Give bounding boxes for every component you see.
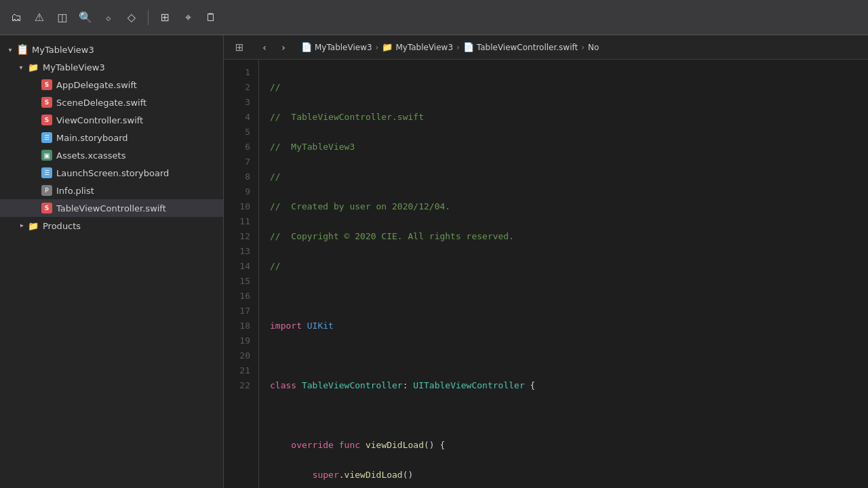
tableviewcontroller-icon: S [41, 202, 53, 214]
test-nav-btn[interactable]: ◫ [53, 8, 72, 27]
code-line-14: super.viewDidLoad() [270, 468, 868, 483]
mainstoryboard-label: Main.storyboard [56, 133, 128, 143]
sidebar-item-assets[interactable]: ▾ ▣ Assets.xcassets [0, 146, 223, 164]
sidebar: ▾ 📋 MyTableView3 ▾ 📁 MyTableView3 ▾ S Ap… [0, 35, 224, 488]
code-line-6: // Copyright © 2020 CIE. All rights rese… [270, 229, 868, 244]
ln-6: 6 [224, 140, 258, 155]
appdelegate-icon: S [41, 79, 53, 91]
toolbar-divider-1 [148, 10, 149, 25]
warning-nav-btn[interactable]: ⚠ [30, 8, 49, 27]
ln-12: 12 [224, 229, 258, 244]
code-content[interactable]: // // TableViewController.swift // MyTab… [259, 60, 868, 488]
breadcrumb-item-folder[interactable]: 📁 MyTableView3 [382, 42, 453, 52]
code-line-11: class TableViewController: UITableViewCo… [270, 378, 868, 393]
sidebar-item-products[interactable]: ▾ 📁 Products [0, 217, 223, 235]
code-line-7: // [270, 259, 868, 274]
folder-icon: 📁 [27, 61, 39, 73]
code-line-3: // MyTableView3 [270, 140, 868, 155]
breakpoint-nav-btn[interactable]: ⬦ [99, 8, 118, 27]
mainstoryboard-icon: ☰ [41, 131, 53, 144]
sidebar-item-appdelegate[interactable]: ▾ S AppDelegate.swift [0, 76, 223, 94]
ln-5: 5 [224, 125, 258, 140]
code-editor[interactable]: 1 2 3 4 5 6 7 8 9 10 11 12 13 14 15 16 1… [224, 60, 868, 488]
ln-18: 18 [224, 319, 258, 333]
tableviewcontroller-label: TableViewController.swift [56, 203, 166, 214]
root-label: MyTableView3 [32, 45, 94, 55]
sidebar-item-scenedelegate[interactable]: ▾ S SceneDelegate.swift [0, 94, 223, 111]
bc-project-icon: 📄 [301, 42, 312, 52]
folder-nav-btn[interactable]: 🗂 [7, 8, 26, 27]
launchscreen-label: LaunchScreen.storyboard [56, 168, 169, 178]
sidebar-item-mainstoryboard[interactable]: ▾ ☰ Main.storyboard [0, 129, 223, 146]
note-nav-btn[interactable]: 🗒 [201, 8, 220, 27]
bookmark-nav-btn[interactable]: ⌖ [178, 8, 197, 27]
sidebar-item-infoplist[interactable]: ▾ P Info.plist [0, 182, 223, 199]
bc-symbol-label: No [588, 43, 599, 52]
sidebar-item-root[interactable]: ▾ 📋 MyTableView3 [0, 41, 223, 58]
ln-21: 21 [224, 363, 258, 378]
code-line-9: import UIKit [270, 319, 868, 333]
project-icon: 📋 [16, 43, 28, 56]
viewcontroller-label: ViewController.swift [56, 115, 143, 125]
code-line-13: override func viewDidLoad() { [270, 438, 868, 453]
editor-area: ⊞ ‹ › 📄 MyTableView3 › 📁 MyTableView3 › … [224, 35, 868, 488]
infoplist-icon: P [41, 184, 53, 197]
bc-folder-icon: 📁 [382, 42, 393, 52]
sidebar-item-launchscreen[interactable]: ▾ ☰ LaunchScreen.storyboard [0, 164, 223, 182]
bc-file-label: TableViewController.swift [477, 43, 578, 52]
viewcontroller-icon: S [41, 114, 53, 126]
ln-22: 22 [224, 378, 258, 393]
products-arrow: ▾ [16, 221, 26, 230]
ln-7: 7 [224, 155, 258, 169]
sidebar-item-tableviewcontroller[interactable]: ▾ S TableViewController.swift [0, 199, 223, 217]
ln-10: 10 [224, 199, 258, 214]
ln-11: 11 [224, 214, 258, 229]
products-folder-icon: 📁 [27, 220, 39, 232]
breadcrumb-sep-3: › [581, 43, 585, 52]
back-btn[interactable]: ‹ [256, 39, 273, 56]
ln-9: 9 [224, 184, 258, 199]
code-line-2: // TableViewController.swift [270, 110, 868, 125]
code-line-1: // [270, 80, 868, 95]
launchscreen-icon: ☰ [41, 167, 53, 179]
editor-toolbar-left: ⊞ [231, 39, 248, 56]
grid-nav-btn[interactable]: ⊞ [155, 8, 174, 27]
assets-label: Assets.xcassets [56, 150, 125, 161]
breadcrumb-sep-2: › [456, 43, 460, 52]
main-toolbar: 🗂 ⚠ ◫ 🔍 ⬦ ◇ ⊞ ⌖ 🗒 [0, 0, 868, 35]
ln-3: 3 [224, 95, 258, 110]
scenedelegate-icon: S [41, 96, 53, 108]
breadcrumb-item-file[interactable]: 📄 TableViewController.swift [463, 42, 578, 52]
ln-2: 2 [224, 80, 258, 95]
forward-btn[interactable]: › [275, 39, 292, 56]
ln-16: 16 [224, 289, 258, 304]
bc-project-label: MyTableView3 [315, 43, 372, 52]
code-line-5: // Created by user on 2020/12/04. [270, 199, 868, 214]
breadcrumb-item-project[interactable]: 📄 MyTableView3 [301, 42, 372, 52]
ln-1: 1 [224, 65, 258, 80]
infoplist-label: Info.plist [56, 186, 94, 196]
ln-8: 8 [224, 169, 258, 184]
ln-19: 19 [224, 333, 258, 348]
ln-15: 15 [224, 274, 258, 289]
scenedelegate-label: SceneDelegate.swift [56, 98, 146, 108]
grid-view-btn[interactable]: ⊞ [231, 39, 248, 56]
assets-icon: ▣ [41, 149, 53, 161]
diamond-nav-btn[interactable]: ◇ [122, 8, 141, 27]
folder-label: MyTableView3 [43, 62, 105, 73]
breadcrumb-item-symbol[interactable]: No [588, 43, 599, 52]
ln-4: 4 [224, 110, 258, 125]
ln-13: 13 [224, 244, 258, 259]
code-line-8 [270, 289, 868, 304]
bc-folder-label: MyTableView3 [395, 43, 453, 52]
search-nav-btn[interactable]: 🔍 [76, 8, 95, 27]
sidebar-item-folder-mytableview3[interactable]: ▾ 📁 MyTableView3 [0, 58, 223, 76]
breadcrumb-sep-1: › [376, 43, 379, 52]
sidebar-item-viewcontroller[interactable]: ▾ S ViewController.swift [0, 111, 223, 129]
line-numbers: 1 2 3 4 5 6 7 8 9 10 11 12 13 14 15 16 1… [224, 60, 259, 488]
code-line-12 [270, 408, 868, 423]
root-arrow: ▾ [5, 45, 15, 54]
code-line-10 [270, 348, 868, 363]
editor-nav-bar: ⊞ ‹ › 📄 MyTableView3 › 📁 MyTableView3 › … [224, 35, 868, 60]
main-content: ▾ 📋 MyTableView3 ▾ 📁 MyTableView3 ▾ S Ap… [0, 35, 868, 488]
